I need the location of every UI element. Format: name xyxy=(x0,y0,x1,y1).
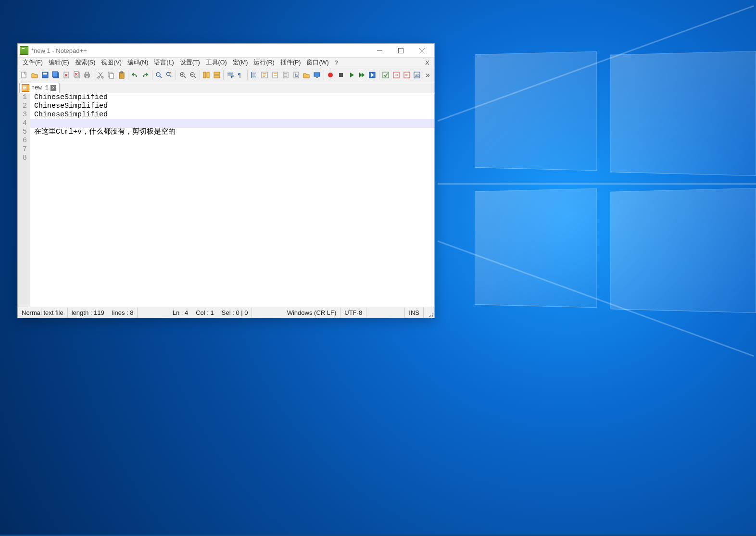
code-line[interactable]: ChineseSimplified xyxy=(30,102,434,111)
spell-prev-icon[interactable] xyxy=(402,70,412,81)
show-all-icon[interactable]: ¶ xyxy=(236,70,246,81)
svg-rect-48 xyxy=(430,315,431,316)
svg-rect-1 xyxy=(22,72,26,78)
status-mode[interactable]: INS xyxy=(405,307,424,318)
spell-lang-icon[interactable]: ab xyxy=(412,70,422,81)
editor[interactable]: 12345678 ChineseSimplifiedChineseSimplif… xyxy=(18,93,434,307)
cut-icon[interactable] xyxy=(96,70,106,81)
find-icon[interactable] xyxy=(154,70,164,81)
redo-icon[interactable] xyxy=(140,70,151,81)
svg-rect-5 xyxy=(52,72,58,77)
sync-v-icon[interactable] xyxy=(202,70,212,81)
menu-close-x[interactable]: X xyxy=(422,59,432,66)
menu-language[interactable]: 语言(L) xyxy=(151,58,176,67)
close-all-icon[interactable] xyxy=(72,70,82,81)
copy-icon[interactable] xyxy=(106,70,116,81)
wordwrap-icon[interactable] xyxy=(225,70,235,81)
tab-new1[interactable]: new 1 ✕ xyxy=(19,83,60,93)
toolbar-overflow[interactable]: » xyxy=(423,71,433,79)
toolbar-separator xyxy=(379,70,379,80)
resize-grip[interactable] xyxy=(424,306,434,319)
menu-settings[interactable]: 设置(T) xyxy=(177,58,203,67)
code-line[interactable] xyxy=(30,145,434,154)
status-encoding[interactable]: UTF-8 xyxy=(340,307,366,318)
maximize-button[interactable] xyxy=(390,44,411,57)
code-line[interactable] xyxy=(30,119,434,128)
status-filetype: Normal text file xyxy=(18,307,68,318)
svg-rect-0 xyxy=(398,48,403,53)
file-unsaved-icon xyxy=(22,84,29,92)
code-line[interactable]: ChineseSimplified xyxy=(30,93,434,102)
indent-guide-icon[interactable] xyxy=(249,70,259,81)
tab-close-icon[interactable]: ✕ xyxy=(50,85,56,91)
menu-window[interactable]: 窗口(W) xyxy=(303,58,331,67)
menu-file[interactable]: 文件(F) xyxy=(20,58,46,67)
titlebar[interactable]: *new 1 - Notepad++ xyxy=(18,44,434,57)
svg-rect-25 xyxy=(214,75,220,78)
spell-next-icon[interactable] xyxy=(391,70,401,81)
wallpaper-pane xyxy=(475,188,597,308)
open-file-icon[interactable] xyxy=(30,70,40,81)
svg-rect-30 xyxy=(274,75,277,76)
folder-icon[interactable] xyxy=(302,70,312,81)
menu-view[interactable]: 视图(V) xyxy=(98,58,125,67)
save-icon[interactable] xyxy=(40,70,50,81)
record-icon[interactable] xyxy=(325,70,335,81)
paste-icon[interactable] xyxy=(116,70,126,81)
replace-icon[interactable] xyxy=(164,70,174,81)
code-line[interactable] xyxy=(30,137,434,145)
svg-rect-24 xyxy=(214,72,220,75)
code-line[interactable] xyxy=(30,154,434,162)
line-number: 7 xyxy=(23,145,27,154)
menu-edit[interactable]: 编辑(E) xyxy=(46,58,72,67)
doc-list-icon[interactable] xyxy=(280,70,290,81)
toolbar-separator xyxy=(223,70,224,80)
zoom-out-icon[interactable] xyxy=(188,70,198,81)
svg-rect-11 xyxy=(86,76,88,78)
sync-h-icon[interactable] xyxy=(212,70,222,81)
monitor-icon[interactable] xyxy=(312,70,322,81)
svg-rect-34 xyxy=(314,73,320,76)
desktop-wallpaper: *new 1 - Notepad++ 文件(F) 编辑(E) 搜索(S) 视图(… xyxy=(0,0,756,536)
func-list-icon[interactable]: fx xyxy=(291,70,301,81)
spell-on-icon[interactable] xyxy=(381,70,391,81)
menu-macro[interactable]: 宏(M) xyxy=(230,58,251,67)
new-file-icon[interactable] xyxy=(19,70,29,81)
svg-text:ab: ab xyxy=(415,73,420,78)
menu-plugins[interactable]: 插件(P) xyxy=(277,58,304,67)
code-line[interactable]: ChineseSimplified xyxy=(30,111,434,119)
svg-rect-49 xyxy=(432,313,433,314)
menu-search[interactable]: 搜索(S) xyxy=(72,58,99,67)
menu-encoding[interactable]: 编码(N) xyxy=(125,58,151,67)
line-number: 3 xyxy=(23,111,27,119)
svg-rect-17 xyxy=(121,72,123,73)
menu-help[interactable]: ? xyxy=(332,59,341,67)
toolbar-separator xyxy=(324,70,324,80)
status-lines: lines : 8 xyxy=(108,307,138,318)
save-macro-icon[interactable] xyxy=(367,70,378,81)
svg-rect-39 xyxy=(383,72,389,78)
line-number: 1 xyxy=(23,93,27,102)
play-icon[interactable] xyxy=(346,70,356,81)
stop-icon[interactable] xyxy=(336,70,346,81)
zoom-in-icon[interactable] xyxy=(177,70,188,81)
undo-icon[interactable] xyxy=(130,70,140,81)
close-button[interactable] xyxy=(411,44,432,57)
code-area[interactable]: ChineseSimplifiedChineseSimplifiedChines… xyxy=(30,93,434,307)
svg-rect-3 xyxy=(43,73,47,75)
status-eol[interactable]: Windows (CR LF) xyxy=(283,307,341,318)
toolbar-separator xyxy=(128,70,128,80)
doc-map-icon[interactable] xyxy=(270,70,280,81)
menu-tools[interactable]: 工具(O) xyxy=(203,58,230,67)
statusbar: Normal text file length : 119 lines : 8 … xyxy=(18,307,434,318)
svg-rect-22 xyxy=(203,72,206,78)
menu-run[interactable]: 运行(R) xyxy=(251,58,277,67)
close-file-icon[interactable] xyxy=(61,70,71,81)
minimize-button[interactable] xyxy=(369,44,390,57)
udl-icon[interactable] xyxy=(260,70,270,81)
status-ln: Ln : 4 xyxy=(169,307,192,318)
code-line[interactable]: 在这里Ctrl+v，什么都没有，剪切板是空的 xyxy=(30,128,434,137)
save-all-icon[interactable] xyxy=(50,70,61,81)
play-multi-icon[interactable] xyxy=(357,70,367,81)
print-icon[interactable] xyxy=(82,70,92,81)
